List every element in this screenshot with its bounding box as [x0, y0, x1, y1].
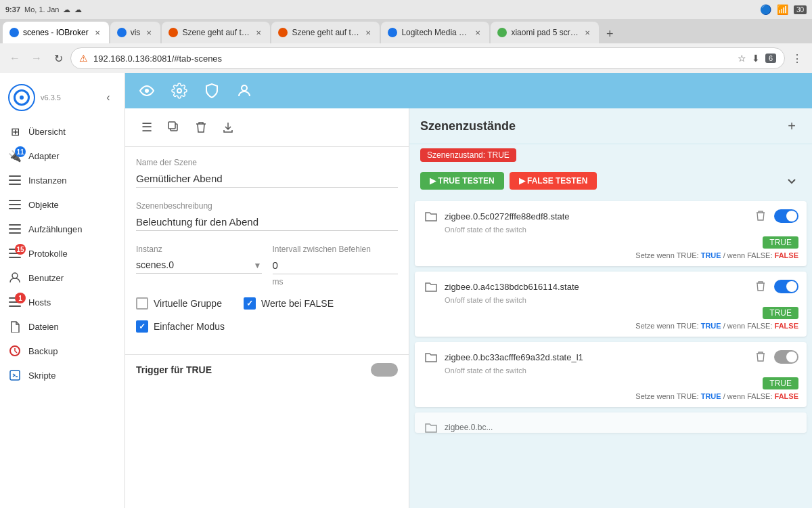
test-true-button[interactable]: ▶ TRUE TESTEN — [420, 172, 504, 190]
export-button[interactable] — [217, 117, 239, 138]
sidebar-item-instances[interactable]: Instanzen — [0, 168, 125, 192]
virtual-group-checkbox[interactable] — [136, 297, 148, 310]
state-card-4-partial: zigbee.0.bc... — [415, 412, 807, 433]
when-false-label-2: / wenn FALSE: — [723, 322, 773, 330]
set-when-true-label-3: Setze wenn TRUE: — [635, 392, 698, 400]
wifi-icon: 📶 — [777, 4, 788, 15]
state-card-2-header: zigbee.0.a4c138bdcb616114.state — [423, 278, 798, 295]
einfacher-modus-checkbox[interactable] — [136, 320, 148, 333]
sidebar-item-enumerations[interactable]: Aufzählungen — [0, 217, 125, 241]
sidebar-collapse-button[interactable]: ‹ — [100, 89, 116, 106]
tab-close-xiaomi[interactable]: ✕ — [583, 28, 592, 37]
browser-menu-button[interactable]: ⋮ — [788, 49, 807, 68]
view-icon[interactable] — [136, 80, 158, 102]
tab-scenes[interactable]: scenes - IOBroker ✕ — [3, 22, 109, 43]
sidebar-item-overview[interactable]: ⊞ Übersicht — [0, 119, 125, 144]
state-toggle-1[interactable] — [774, 209, 798, 223]
day-display: Mo, 1. Jan — [24, 5, 59, 14]
forward-button[interactable]: → — [27, 49, 46, 68]
state-delete-2[interactable] — [752, 278, 769, 295]
trigger-toggle[interactable] — [371, 363, 398, 377]
shield-icon[interactable] — [201, 80, 223, 102]
state-card-1-header: zigbee.0.5c0272fffe88edf8.state — [423, 208, 798, 224]
sidebar-item-users[interactable]: Benutzer — [0, 266, 125, 290]
sidebar-item-objects[interactable]: Objekte — [0, 192, 125, 217]
tab-close-szene2[interactable]: ✕ — [363, 28, 373, 37]
scene-description-input[interactable] — [136, 213, 398, 231]
back-button[interactable]: ← — [5, 49, 24, 68]
virtual-group-label: Virtuelle Gruppe — [154, 298, 222, 309]
person-icon[interactable] — [233, 80, 255, 102]
tab-szene2[interactable]: Szene geht auf tru... ✕ — [271, 22, 380, 43]
left-panel: ☰ Name der Szene — [125, 108, 409, 508]
interval-input[interactable] — [273, 257, 399, 274]
state-value-badge-3: TRUE — [763, 377, 798, 389]
settings-icon[interactable] — [168, 80, 190, 102]
collapse-states-button[interactable] — [782, 171, 801, 190]
sidebar-item-scripts[interactable]: Skripte — [0, 363, 125, 387]
tab-label-scenes: scenes - IOBroker — [23, 28, 89, 37]
scripts-icon — [8, 368, 22, 382]
tab-close-szene1[interactable]: ✕ — [254, 28, 263, 37]
bookmark-icon[interactable]: ☆ — [738, 53, 746, 64]
interval-label: Intervall zwischen Befehlen — [273, 245, 399, 254]
state-toggle-2[interactable] — [774, 280, 798, 293]
werte-false-checkbox[interactable] — [244, 297, 256, 310]
address-bar[interactable]: ⚠ 192.168.0.136:8081/#tab-scenes ☆ ⬇ 6 — [70, 47, 785, 69]
tab-label-szene1: Szene geht auf tru... — [182, 28, 250, 37]
tab-szene1[interactable]: Szene geht auf tru... ✕ — [162, 22, 270, 43]
scene-name-input[interactable] — [136, 170, 398, 188]
tab-logitech[interactable]: Logitech Media Se... ✕ — [381, 22, 489, 43]
true-val-3: TRUE — [701, 392, 721, 400]
instance-label: Instanz — [136, 245, 262, 254]
delete-button[interactable] — [190, 117, 212, 138]
right-panel-title: Szenenzustände — [420, 119, 516, 133]
right-panel-header: Szenenzustände + — [409, 108, 812, 144]
cloud-icon: ☁ — [74, 5, 82, 14]
download-icon[interactable]: ⬇ — [752, 53, 760, 64]
enumerations-icon — [8, 222, 22, 236]
chrome-extension-badge[interactable]: 6 — [765, 54, 776, 63]
state-delete-1[interactable] — [752, 208, 769, 224]
svg-point-12 — [12, 273, 18, 278]
scene-description-label: Szenenbeschreibung — [136, 201, 398, 211]
test-buttons-bar: ▶ TRUE TESTEN ▶ FALSE TESTEN — [409, 166, 812, 196]
bluetooth-icon: 🔵 — [760, 4, 771, 15]
sidebar-label-overview: Übersicht — [28, 127, 66, 137]
einfacher-modus-row: Einfacher Modus — [136, 320, 398, 333]
sidebar-item-files[interactable]: Dateien — [0, 314, 125, 339]
new-tab-button[interactable]: + — [600, 24, 619, 43]
state-folder-icon-1 — [423, 208, 439, 224]
instance-select[interactable]: scenes.0 — [136, 257, 262, 274]
state-value-row-1: TRUE — [423, 236, 798, 249]
menu-button[interactable]: ☰ — [136, 117, 158, 138]
svg-rect-2 — [9, 184, 21, 185]
sidebar-item-adapter[interactable]: 11 🔌 Adapter — [0, 144, 125, 168]
sidebar-item-logs[interactable]: 15 Protokolle — [0, 241, 125, 266]
tab-close-vis[interactable]: ✕ — [144, 28, 154, 37]
copy-button[interactable] — [163, 117, 185, 138]
nav-bar: ← → ↻ ⚠ 192.168.0.136:8081/#tab-scenes ☆… — [0, 43, 812, 73]
reload-button[interactable]: ↻ — [49, 49, 68, 68]
tab-close-scenes[interactable]: ✕ — [93, 28, 102, 37]
state-card-3-header: zigbee.0.bc33acfffe69a32d.state_l1 — [423, 349, 798, 365]
state-value-badge-1: TRUE — [763, 236, 798, 249]
tab-vis[interactable]: vis ✕ — [110, 22, 161, 43]
trigger-header: Trigger für TRUE — [125, 354, 409, 385]
state-toggle-3[interactable] — [774, 350, 798, 364]
sidebar-label-enumerations: Aufzählungen — [28, 224, 83, 234]
svg-rect-5 — [9, 208, 21, 209]
tab-close-logitech[interactable]: ✕ — [473, 28, 482, 37]
state-delete-3[interactable] — [752, 349, 769, 365]
files-icon — [8, 320, 22, 333]
tab-xiaomi[interactable]: xiaomi pad 5 scre... ✕ — [491, 22, 599, 43]
trigger-title: Trigger für TRUE — [136, 364, 212, 375]
add-state-button[interactable]: + — [782, 117, 801, 135]
sidebar-label-objects: Objekte — [28, 200, 59, 210]
sidebar-item-backup[interactable]: Backup — [0, 339, 125, 363]
scene-description-field: Szenenbeschreibung — [136, 201, 398, 231]
sidebar-item-hosts[interactable]: 1 Hosts — [0, 290, 125, 314]
sidebar-label-logs: Protokolle — [28, 249, 68, 259]
test-false-button[interactable]: ▶ FALSE TESTEN — [510, 172, 597, 190]
sidebar-label-backup: Backup — [28, 346, 58, 356]
